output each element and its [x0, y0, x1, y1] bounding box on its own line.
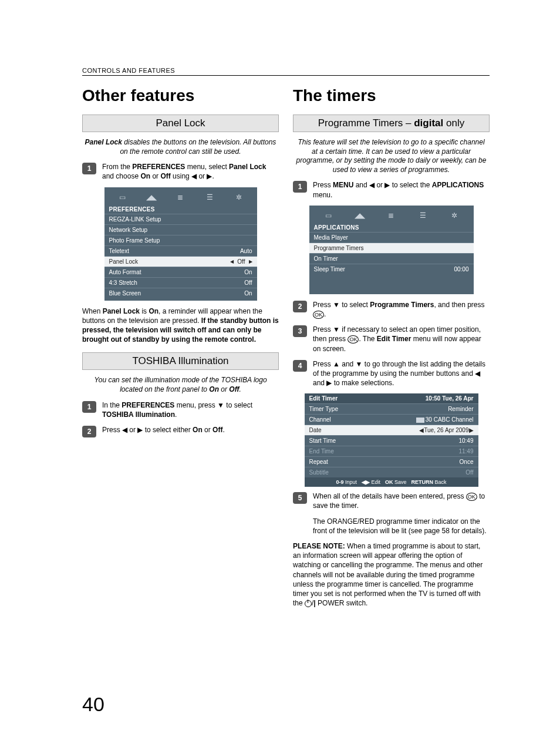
- osd-rows: Media PlayerProgramme TimersOn TimerSlee…: [309, 232, 474, 274]
- step-badge: 2: [82, 426, 96, 437]
- section-title-right: The timers: [293, 86, 490, 105]
- list-icon: ≣: [384, 211, 397, 220]
- monitor-icon: ▭: [116, 193, 129, 201]
- subhead-programme-timers: Programme Timers – digital only: [293, 115, 490, 132]
- osd-row: Start Time10:49: [305, 435, 478, 446]
- osd-preferences: ▭ ◢◣ ≣ ☰ ✲ PREFERENCES REGZA-LINK SetupN…: [104, 187, 257, 301]
- prog-timers-step1: Press MENU and ◀ or ▶ to select the APPL…: [313, 180, 490, 199]
- prog-timers-intro: This feature will set the television to …: [295, 138, 487, 174]
- edit-timer-title: Edit Timer: [309, 395, 338, 402]
- osd-edit-timer: Edit Timer 10:50 Tue, 26 Apr Timer TypeR…: [305, 393, 478, 487]
- osd-row: Network Setup: [104, 224, 257, 235]
- gear-icon: ✲: [448, 211, 461, 220]
- monitor-icon: ▭: [322, 211, 335, 220]
- osd-row: SubtitleOff: [305, 467, 478, 477]
- osd2-footer: 0-9 Input◀▶ EditOK SaveRETURN Back: [305, 477, 478, 487]
- osd-row: On Timer: [309, 253, 474, 264]
- left-column: Other features Panel Lock Panel Lock dis…: [82, 86, 279, 612]
- osd-row: Date◀Tue, 26 Apr 2009▶: [305, 425, 478, 435]
- osd-row: 4:3 StretchOff: [104, 277, 257, 288]
- toshiba-illum-intro: You can set the illumination mode of the…: [85, 376, 276, 394]
- sliders-icon: ☰: [416, 211, 429, 220]
- osd-rows: REGZA-LINK SetupNetwork SetupPhoto Frame…: [104, 214, 257, 298]
- osd-row: Photo Frame Setup: [104, 235, 257, 245]
- osd-row: Auto FormatOn: [104, 267, 257, 277]
- speaker-icon: ◢◣: [145, 193, 158, 201]
- osd-row: Timer TypeReminder: [305, 403, 478, 414]
- osd-title: APPLICATIONS: [309, 223, 474, 232]
- toshiba-illum-step1: In the PREFERENCES menu, press ▼ to sele…: [102, 400, 279, 419]
- osd-row: REGZA-LINK Setup: [104, 214, 257, 224]
- osd-row: TeletextAuto: [104, 245, 257, 256]
- step-badge: 1: [82, 163, 96, 174]
- osd-row: End Time11:49: [305, 446, 478, 456]
- step-badge: 1: [293, 181, 307, 193]
- section-title-left: Other features: [82, 86, 279, 105]
- osd2-rows: Timer TypeReminderChannel30 CABC Channel…: [305, 403, 478, 477]
- subhead-panel-lock: Panel Lock: [82, 115, 279, 132]
- gear-icon: ✲: [232, 193, 245, 201]
- prog-timers-step2: Press ▼ to select Programme Timers, and …: [313, 300, 490, 319]
- page-number: 40: [82, 693, 104, 716]
- right-column: The timers Programme Timers – digital on…: [293, 86, 490, 612]
- please-note: PLEASE NOTE: When a timed programme is a…: [293, 541, 490, 608]
- osd-row: RepeatOnce: [305, 456, 478, 467]
- osd-row: Blue ScreenOn: [104, 288, 257, 298]
- step-badge: 3: [293, 325, 307, 337]
- prog-timers-step4: Press ▲ and ▼ to go through the list add…: [313, 359, 490, 388]
- subhead-toshiba-illum: TOSHIBA Illumination: [82, 352, 279, 370]
- running-head: CONTROLS AND FEATURES: [82, 67, 490, 76]
- list-icon: ≣: [174, 193, 187, 201]
- osd-row: Channel30 CABC Channel: [305, 414, 478, 425]
- prog-timers-step5: When all of the details have been entere…: [313, 491, 490, 536]
- step-badge: 4: [293, 360, 307, 372]
- edit-timer-clock: 10:50 Tue, 26 Apr: [426, 395, 474, 402]
- osd-row: Panel Lock◀Off▶: [104, 256, 257, 267]
- osd-applications: ▭ ◢◣ ≣ ☰ ✲ APPLICATIONS Media PlayerProg…: [309, 206, 474, 294]
- prog-timers-step3: Press ▼ if necessary to select an open t…: [313, 325, 490, 354]
- step-badge: 2: [293, 301, 307, 312]
- panel-lock-intro: Panel Lock disables the buttons on the t…: [85, 138, 276, 156]
- sliders-icon: ☰: [203, 193, 216, 201]
- panel-lock-after: When Panel Lock is On, a reminder will a…: [82, 307, 279, 345]
- panel-lock-step1: From the PREFERENCES menu, select Panel …: [102, 162, 279, 181]
- osd-row: Media Player: [309, 232, 474, 243]
- osd-row: Sleep Timer00:00: [309, 264, 474, 274]
- osd-title: PREFERENCES: [104, 205, 257, 214]
- step-badge: 5: [293, 492, 307, 504]
- step-badge: 1: [82, 401, 96, 413]
- toshiba-illum-step2: Press ◀ or ▶ to select either On or Off.: [102, 425, 279, 437]
- osd-row: Programme Timers: [309, 243, 474, 253]
- speaker-icon: ◢◣: [353, 211, 366, 220]
